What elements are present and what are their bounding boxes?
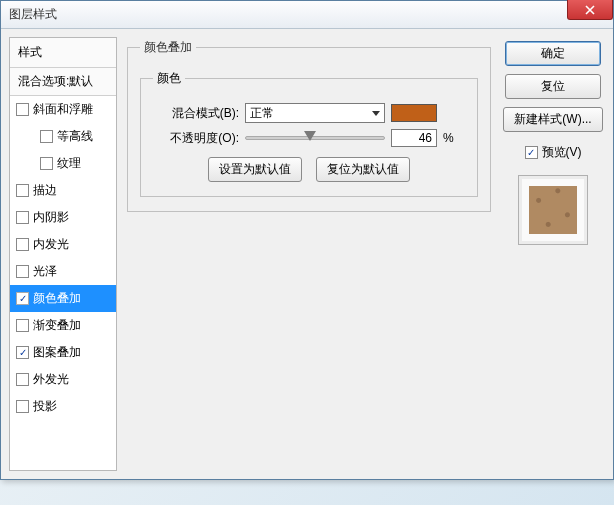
reset-default-button[interactable]: 复位为默认值 [316, 157, 410, 182]
blend-mode-row: 混合模式(B): 正常 [153, 103, 465, 123]
close-icon [585, 5, 595, 15]
make-default-button[interactable]: 设置为默认值 [208, 157, 302, 182]
style-list: 斜面和浮雕等高线纹理描边内阴影内发光光泽✓颜色叠加渐变叠加✓图案叠加外发光投影 [10, 96, 116, 470]
inner-title: 颜色 [153, 70, 185, 87]
close-button[interactable] [567, 0, 613, 20]
style-item-10[interactable]: 外发光 [10, 366, 116, 393]
opacity-row: 不透明度(O): 46 % [153, 129, 465, 147]
blend-mode-select[interactable]: 正常 [245, 103, 385, 123]
style-item-label: 内发光 [33, 236, 69, 253]
style-item-9[interactable]: ✓图案叠加 [10, 339, 116, 366]
preview-checkbox-row[interactable]: ✓ 预览(V) [525, 144, 582, 161]
style-checkbox[interactable] [16, 319, 29, 332]
titlebar[interactable]: 图层样式 [1, 1, 613, 29]
styles-sidebar: 样式 混合选项:默认 斜面和浮雕等高线纹理描边内阴影内发光光泽✓颜色叠加渐变叠加… [9, 37, 117, 471]
style-item-7[interactable]: ✓颜色叠加 [10, 285, 116, 312]
color-group: 颜色 混合模式(B): 正常 不透明度(O): [140, 70, 478, 197]
style-item-5[interactable]: 内发光 [10, 231, 116, 258]
blend-mode-value: 正常 [250, 105, 274, 122]
style-item-label: 纹理 [57, 155, 81, 172]
style-item-label: 等高线 [57, 128, 93, 145]
style-item-label: 图案叠加 [33, 344, 81, 361]
style-item-label: 渐变叠加 [33, 317, 81, 334]
style-checkbox[interactable] [16, 373, 29, 386]
style-checkbox[interactable] [40, 130, 53, 143]
style-item-label: 颜色叠加 [33, 290, 81, 307]
group-title: 颜色叠加 [140, 39, 196, 56]
ok-button[interactable]: 确定 [505, 41, 601, 66]
style-item-8[interactable]: 渐变叠加 [10, 312, 116, 339]
opacity-input[interactable]: 46 [391, 129, 437, 147]
preview-label: 预览(V) [542, 144, 582, 161]
opacity-label: 不透明度(O): [153, 130, 239, 147]
dialog-content: 样式 混合选项:默认 斜面和浮雕等高线纹理描边内阴影内发光光泽✓颜色叠加渐变叠加… [1, 29, 613, 479]
slider-thumb-icon[interactable] [304, 131, 316, 141]
default-buttons-row: 设置为默认值 复位为默认值 [153, 157, 465, 182]
style-item-label: 斜面和浮雕 [33, 101, 93, 118]
style-checkbox[interactable] [16, 265, 29, 278]
style-item-1[interactable]: 等高线 [10, 123, 116, 150]
new-style-button[interactable]: 新建样式(W)... [503, 107, 602, 132]
style-item-label: 外发光 [33, 371, 69, 388]
style-checkbox[interactable]: ✓ [16, 346, 29, 359]
style-item-6[interactable]: 光泽 [10, 258, 116, 285]
color-overlay-group: 颜色叠加 颜色 混合模式(B): 正常 不透明度(O): [127, 39, 491, 212]
sidebar-blend-options[interactable]: 混合选项:默认 [10, 68, 116, 96]
style-checkbox[interactable] [16, 184, 29, 197]
style-item-0[interactable]: 斜面和浮雕 [10, 96, 116, 123]
style-checkbox[interactable] [16, 103, 29, 116]
style-checkbox[interactable] [16, 211, 29, 224]
opacity-suffix: % [443, 131, 454, 145]
style-item-11[interactable]: 投影 [10, 393, 116, 420]
style-item-label: 光泽 [33, 263, 57, 280]
style-item-label: 投影 [33, 398, 57, 415]
style-item-label: 内阴影 [33, 209, 69, 226]
style-checkbox[interactable] [40, 157, 53, 170]
chevron-down-icon [372, 111, 380, 116]
style-checkbox[interactable] [16, 238, 29, 251]
preview-checkbox[interactable]: ✓ [525, 146, 538, 159]
style-item-label: 描边 [33, 182, 57, 199]
preview-texture [529, 186, 577, 234]
style-item-3[interactable]: 描边 [10, 177, 116, 204]
style-checkbox[interactable] [16, 400, 29, 413]
dialog-title: 图层样式 [9, 6, 57, 23]
opacity-slider[interactable] [245, 136, 385, 140]
blend-mode-label: 混合模式(B): [153, 105, 239, 122]
cancel-button[interactable]: 复位 [505, 74, 601, 99]
style-item-2[interactable]: 纹理 [10, 150, 116, 177]
style-checkbox[interactable]: ✓ [16, 292, 29, 305]
right-column: 确定 复位 新建样式(W)... ✓ 预览(V) [501, 37, 605, 471]
style-item-4[interactable]: 内阴影 [10, 204, 116, 231]
main-panel: 颜色叠加 颜色 混合模式(B): 正常 不透明度(O): [117, 37, 501, 471]
color-swatch[interactable] [391, 104, 437, 122]
sidebar-header[interactable]: 样式 [10, 38, 116, 68]
preview-box [518, 175, 588, 245]
layer-style-dialog: 图层样式 样式 混合选项:默认 斜面和浮雕等高线纹理描边内阴影内发光光泽✓颜色叠… [0, 0, 614, 480]
